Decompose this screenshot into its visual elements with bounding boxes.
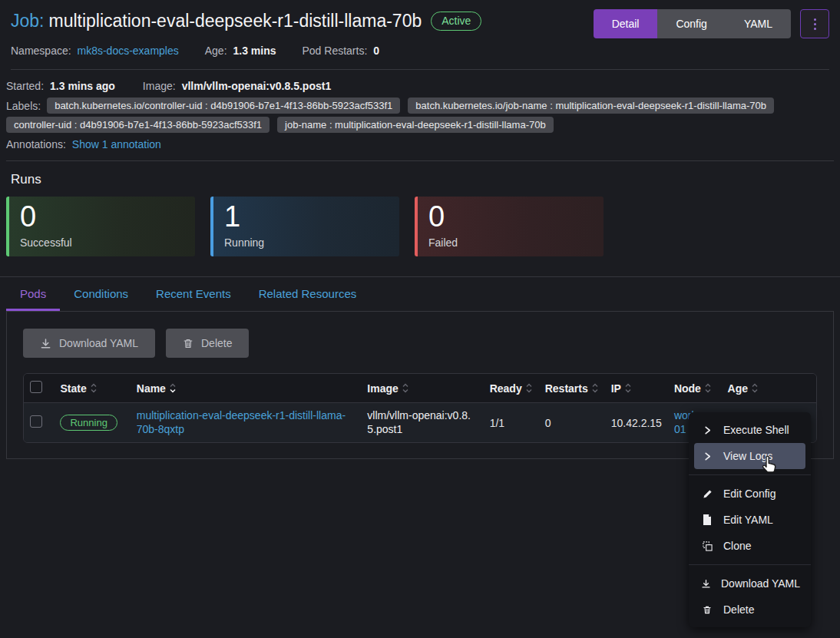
image-value: vllm/vllm-openai:v0.8.5.post1 [182,80,332,92]
menu-item-view-logs[interactable]: View Logs [694,443,805,469]
sort-icon [591,382,599,394]
sort-icon [704,382,712,394]
successful-runs-card: 0 Successful [6,197,195,256]
column-header-state[interactable]: State [54,374,130,403]
column-header-restarts[interactable]: Restarts [539,374,605,403]
successful-label: Successful [20,236,184,249]
column-header-image[interactable]: Image [361,374,483,403]
pod-ip: 10.42.2.15 [605,403,668,442]
started-label: Started: [6,80,44,92]
pod-restarts-value: 0 [373,45,379,57]
status-badge: Active [431,12,481,31]
sort-icon [525,382,533,394]
header-actions-menu-button[interactable] [800,9,829,38]
running-runs-card: 1 Running [210,197,399,256]
config-view-button[interactable]: Config [657,9,725,38]
started-value: 1.3 mins ago [50,80,115,92]
menu-item-download-yaml[interactable]: Download YAML [694,570,805,597]
trash-icon [183,338,193,349]
view-switcher: Detail Config YAML [594,9,791,38]
row-checkbox[interactable] [30,415,42,428]
age-value: 1.3 mins [233,45,276,57]
running-label: Running [224,236,389,249]
pod-image: vllm/vllm-openai:v0.8.5.post1 [367,409,471,435]
select-all-checkbox[interactable] [30,381,42,393]
resource-type-label: Job: [11,11,44,31]
column-header-ready[interactable]: Ready [484,374,539,403]
sort-icon [402,382,409,394]
kebab-icon [814,18,816,30]
page-title: Job:multiplication-eval-deepseek-r1-dist… [11,11,422,31]
pod-restarts-meta: Pod Restarts: 0 [302,45,379,57]
sort-icon [751,382,759,394]
job-name-title: multiplication-eval-deepseek-r1-distill-… [48,11,422,31]
labels-label: Labels: [6,100,41,112]
failed-runs-card: 0 Failed [415,197,604,256]
pod-name-link[interactable]: multiplication-eval-deepseek-r1-distill-… [137,409,346,435]
image-label: Image: [143,80,176,92]
download-icon [701,579,711,589]
annotations-row: Annotations: Show 1 annotation [6,138,834,150]
job-meta-row: Namespace: mk8s-docs-examples Age: 1.3 m… [11,45,829,57]
pods-toolbar: Download YAML Delete [23,329,817,358]
detail-view-button[interactable]: Detail [594,9,658,38]
annotations-label: Annotations: [6,138,66,150]
namespace-link[interactable]: mk8s-docs-examples [77,45,178,57]
pod-ready: 1/1 [484,403,539,442]
file-icon [701,514,713,525]
running-count: 1 [224,201,389,233]
label-chip: batch.kubernetes.io/job-name : multiplic… [408,98,774,114]
tab-related-resources[interactable]: Related Resources [245,277,371,311]
age-meta: Age: 1.3 mins [205,45,276,57]
column-header-age[interactable]: Age [722,374,785,403]
namespace-meta: Namespace: mk8s-docs-examples [11,45,179,57]
yaml-view-button[interactable]: YAML [726,9,791,38]
resource-tabs: Pods Conditions Recent Events Related Re… [0,276,840,311]
successful-count: 0 [20,201,184,233]
menu-divider [689,474,811,475]
copy-icon [701,541,713,551]
trash-icon [701,605,713,615]
menu-item-execute-shell[interactable]: Execute Shell [694,417,805,443]
job-details: Started: 1.3 mins ago Image: vllm/vllm-o… [0,70,840,161]
tab-conditions[interactable]: Conditions [60,277,142,311]
label-chip: controller-uid : d4b91906-b7e1-4f13-86bb… [6,117,270,133]
menu-divider [689,564,811,565]
column-header-ip[interactable]: IP [605,374,668,403]
failed-label: Failed [428,236,593,249]
label-chip: batch.kubernetes.io/controller-uid : d4b… [47,98,400,114]
chevron-right-icon [701,452,713,461]
menu-item-clone[interactable]: Clone [694,533,805,559]
sort-icon [90,382,98,394]
labels-row: Labels: batch.kubernetes.io/controller-u… [6,96,834,134]
runs-heading: Runs [0,161,840,187]
column-header-name[interactable]: Name [131,374,362,403]
pod-actions-context-menu: Execute Shell View Logs Edit Config Edit… [689,412,811,627]
masthead: Job:multiplication-eval-deepseek-r1-dist… [0,0,840,70]
job-detail-page: { "colors": { "accent_purple": "#7a3fb8"… [0,0,840,638]
tab-recent-events[interactable]: Recent Events [142,277,245,311]
pod-state-badge: Running [60,415,117,431]
sort-icon-active [169,382,177,394]
download-icon [40,338,51,349]
pod-restarts: 0 [539,403,605,442]
menu-item-delete[interactable]: Delete [694,597,805,623]
menu-item-edit-config[interactable]: Edit Config [694,481,805,507]
show-annotation-link[interactable]: Show 1 annotation [72,138,161,150]
table-header-row: State Name Image Ready Restarts IP Node … [24,374,816,403]
tab-pods[interactable]: Pods [6,277,60,311]
runs-cards: 0 Successful 1 Running 0 Failed [6,197,834,256]
chevron-right-icon [701,426,713,435]
failed-count: 0 [428,201,593,233]
download-yaml-button[interactable]: Download YAML [23,329,155,358]
delete-button[interactable]: Delete [166,329,249,358]
sort-icon [624,382,632,394]
label-chip: job-name : multiplication-eval-deepseek-… [277,117,554,133]
column-header-node[interactable]: Node [668,374,722,403]
pencil-icon [701,489,713,499]
started-image-row: Started: 1.3 mins ago Image: vllm/vllm-o… [6,80,834,92]
menu-item-edit-yaml[interactable]: Edit YAML [694,507,805,533]
